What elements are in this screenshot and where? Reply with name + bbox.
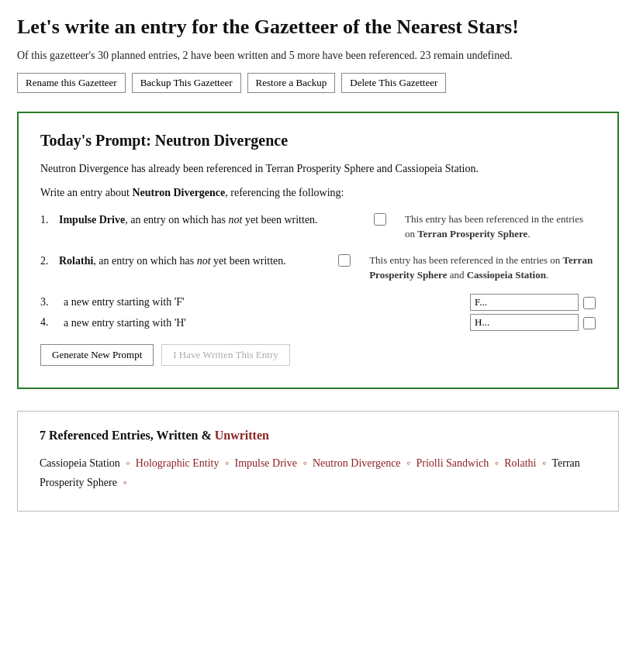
ref-main-row: 2.Rolathi, an entry on which has not yet… [40,253,351,270]
ref-input-field[interactable] [470,314,579,331]
prompt-write-instruction: Write an entry about Neutron Divergence,… [40,184,596,201]
delete-button[interactable]: Delete This Gazetteer [341,73,446,93]
ref-sub-line: This entry has been referenced in the en… [369,253,596,283]
entry-written-link[interactable]: Cassiopeia Station [40,457,120,469]
prompt-actions: Generate New Prompt I Have Written This … [40,344,596,366]
reference-item: 4.a new entry starting with 'H' [40,314,596,331]
ref-name: Impulse Drive [59,214,125,226]
rename-button[interactable]: Rename this Gazetteer [17,73,126,93]
prompt-title: Today's Prompt: Neutron Divergence [40,132,596,150]
entry-separator: ◦ [223,457,232,469]
entry-separator: ◦ [539,457,548,469]
entry-separator: ◦ [300,457,309,469]
written-entry-button[interactable]: I Have Written This Entry [161,344,289,366]
reference-list: 1.Impulse Drive, an entry on which has n… [40,212,596,332]
sub-ref-bold: Cassiopeia Station [467,269,546,281]
ref-text: Rolathi, an entry on which has not yet b… [59,253,338,269]
write-subject: Neutron Divergence [132,187,225,198]
entry-separator: ◦ [404,457,413,469]
referenced-box: 7 Referenced Entries, Written & Unwritte… [17,411,619,512]
entry-separator: ◦ [120,477,126,488]
ref-number: 2. [40,253,59,270]
ref-input-row: 4.a new entry starting with 'H' [40,314,596,331]
ref-number: 3. [40,294,59,311]
entry-separator: ◦ [492,457,501,469]
entry-unwritten-link[interactable]: Rolathi [504,457,536,469]
page-title: Let's write an entry for the Gazetteer o… [17,14,619,40]
ref-name: Rolathi [59,255,93,267]
entry-item: Cassiopeia Station ◦ [40,457,136,469]
referenced-title-amp: & [198,429,214,442]
prompt-box: Today's Prompt: Neutron Divergence Neutr… [17,112,619,389]
referenced-title: 7 Referenced Entries, Written & Unwritte… [40,429,596,443]
prompt-description: Neutron Divergence has already been refe… [40,160,596,177]
ref-text: a new entry starting with 'H' [64,315,465,331]
ref-checkbox[interactable] [583,317,596,329]
ref-main-row: 1.Impulse Drive, an entry on which has n… [40,212,386,229]
entry-list: Cassiopeia Station ◦ Holographic Entity … [40,453,596,492]
referenced-title-written: Written [156,429,198,442]
referenced-title-unwritten: Unwritten [215,429,269,442]
entry-item: Priolli Sandwich ◦ [417,457,505,469]
ref-sub-line: This entry has been referenced in the en… [405,212,596,242]
referenced-title-start: 7 Referenced Entries, [40,429,156,442]
write-suffix: , referencing the following: [225,187,344,198]
ref-number: 1. [40,212,59,229]
ref-checkbox[interactable] [338,254,351,267]
ref-input-row: 3.a new entry starting with 'F' [40,294,596,311]
entry-item: Rolathi ◦ [504,457,551,469]
backup-button[interactable]: Backup This Gazetteer [132,73,241,93]
entry-item: Neutron Divergence ◦ [313,457,417,469]
ref-number: 4. [40,314,59,331]
entry-item: Holographic Entity ◦ [136,457,235,469]
entry-unwritten-link[interactable]: Neutron Divergence [313,457,401,469]
ref-text: Impulse Drive, an entry on which has not… [59,212,374,228]
entry-item: Impulse Drive ◦ [234,457,312,469]
ref-not: not [197,255,211,267]
entry-unwritten-link[interactable]: Priolli Sandwich [417,457,489,469]
sub-ref-bold: Terran Prosperity Sphere [417,228,527,240]
restore-button[interactable]: Restore a Backup [247,73,336,93]
ref-text: a new entry starting with 'F' [64,294,465,310]
ref-input-field[interactable] [470,294,579,311]
reference-item: 3.a new entry starting with 'F' [40,294,596,311]
entry-unwritten-link[interactable]: Impulse Drive [234,457,296,469]
ref-checkbox[interactable] [583,297,596,309]
generate-prompt-button[interactable]: Generate New Prompt [40,344,154,366]
reference-item: 2.Rolathi, an entry on which has not yet… [40,253,596,291]
entry-separator: ◦ [123,457,133,469]
ref-not: not [229,214,243,226]
reference-item: 1.Impulse Drive, an entry on which has n… [40,212,596,250]
ref-checkbox[interactable] [374,213,386,226]
top-buttons-group: Rename this Gazetteer Backup This Gazett… [17,73,619,93]
write-prefix: Write an entry about [40,187,132,198]
stats-line: Of this gazetteer's 30 planned entries, … [17,50,619,62]
entry-unwritten-link[interactable]: Holographic Entity [136,457,219,469]
